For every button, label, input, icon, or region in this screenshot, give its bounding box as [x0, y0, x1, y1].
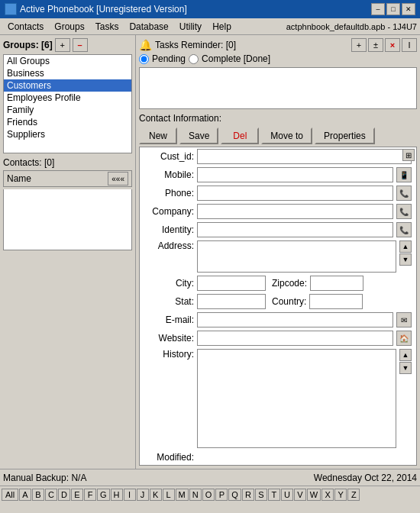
- city-input[interactable]: [197, 276, 266, 291]
- scroll-down-button[interactable]: ▼: [399, 253, 412, 266]
- left-panel: Groups: [6] + – All Groups Business Cust…: [0, 35, 136, 469]
- menu-tasks[interactable]: Tasks: [91, 21, 124, 33]
- maximize-button[interactable]: □: [386, 3, 400, 15]
- alpha-a[interactable]: A: [19, 489, 31, 501]
- menu-contacts[interactable]: Contacts: [3, 21, 48, 33]
- group-item-employees[interactable]: Employees Profile: [4, 92, 131, 104]
- complete-radio[interactable]: [189, 54, 199, 64]
- minimize-button[interactable]: –: [371, 3, 385, 15]
- history-scroll-down-button[interactable]: ▼: [399, 362, 412, 374]
- website-icon[interactable]: 🏠: [396, 331, 412, 346]
- tasks-add-button[interactable]: +: [351, 38, 367, 52]
- contacts-list[interactable]: [3, 189, 132, 250]
- alpha-s[interactable]: S: [255, 489, 267, 501]
- add-group-button[interactable]: +: [55, 38, 70, 52]
- right-panel: 🔔 Tasks Reminder: [0] + ± × I Pending Co…: [136, 35, 420, 469]
- email-input[interactable]: [197, 312, 393, 327]
- delete-group-button[interactable]: –: [73, 38, 88, 52]
- alpha-z[interactable]: Z: [347, 489, 360, 501]
- alpha-y[interactable]: Y: [334, 489, 347, 501]
- address-label: Address:: [144, 240, 194, 251]
- alpha-x[interactable]: X: [321, 489, 334, 501]
- tasks-more-button[interactable]: I: [402, 38, 417, 52]
- group-item-suppliers[interactable]: Suppliers: [4, 128, 131, 140]
- del-button[interactable]: Del: [221, 127, 259, 144]
- cust-id-input[interactable]: [197, 149, 412, 164]
- tasks-plus-minus-button[interactable]: ±: [368, 38, 383, 52]
- identity-input[interactable]: [197, 222, 393, 237]
- alpha-l[interactable]: L: [163, 489, 175, 501]
- alpha-h[interactable]: H: [111, 489, 123, 501]
- alpha-all-button[interactable]: All: [2, 489, 18, 501]
- properties-button[interactable]: Properties: [315, 127, 375, 144]
- tasks-header-row: 🔔 Tasks Reminder: [0] + ± × I: [139, 38, 417, 52]
- alpha-j[interactable]: J: [137, 489, 149, 501]
- country-label: Country:: [272, 296, 306, 307]
- menu-database[interactable]: Database: [124, 21, 173, 33]
- bottom-bar: Manual Backup: N/A Wednesday Oct 22, 201…: [0, 469, 420, 486]
- contacts-header: Contacts: [0]: [3, 157, 132, 168]
- menu-help[interactable]: Help: [208, 21, 236, 33]
- mobile-phone-icon[interactable]: 📱: [396, 167, 412, 182]
- db-info: actphnbook_defaultdb.apb - 1J4U7: [286, 22, 417, 31]
- alpha-p[interactable]: P: [215, 489, 228, 501]
- alpha-r[interactable]: R: [242, 489, 254, 501]
- history-scroll-up-button[interactable]: ▲: [399, 349, 412, 361]
- website-input[interactable]: [197, 331, 393, 346]
- name-column-header: Name: [7, 173, 108, 184]
- identity-label: Identity:: [144, 224, 194, 235]
- alpha-e[interactable]: E: [71, 489, 83, 501]
- new-button[interactable]: New: [139, 127, 177, 144]
- email-icon[interactable]: ✉: [396, 312, 412, 327]
- alpha-m[interactable]: M: [176, 489, 189, 501]
- group-item-business[interactable]: Business: [4, 67, 131, 79]
- groups-list[interactable]: All Groups Business Customers Employees …: [3, 54, 132, 153]
- menu-bar: Contacts Groups Tasks Database Utility H…: [0, 18, 420, 35]
- company-icon[interactable]: 📞: [396, 204, 412, 219]
- alpha-g[interactable]: G: [97, 489, 110, 501]
- alpha-i[interactable]: I: [124, 489, 136, 501]
- contacts-label: Contacts: [0]: [3, 157, 54, 168]
- country-input[interactable]: [309, 294, 363, 309]
- alpha-n[interactable]: N: [189, 489, 202, 501]
- alpha-c[interactable]: C: [45, 489, 57, 501]
- alpha-u[interactable]: U: [281, 489, 293, 501]
- identity-icon[interactable]: 📞: [396, 222, 412, 237]
- all-groups-item[interactable]: All Groups: [4, 55, 131, 67]
- save-button[interactable]: Save: [179, 127, 218, 144]
- move-to-button[interactable]: Move to: [261, 127, 312, 144]
- zipcode-input[interactable]: [310, 276, 363, 291]
- nav-button[interactable]: «««: [108, 172, 128, 186]
- tasks-buttons: + ± × I: [351, 38, 417, 52]
- history-input[interactable]: [197, 349, 396, 448]
- alpha-w[interactable]: W: [307, 489, 321, 501]
- pending-radio[interactable]: [139, 54, 149, 64]
- email-label: E-mail:: [144, 315, 194, 325]
- phone-icon[interactable]: 📞: [396, 186, 412, 201]
- group-item-customers[interactable]: Customers: [4, 79, 131, 92]
- app-icon: [5, 3, 17, 15]
- group-item-friends[interactable]: Friends: [4, 116, 131, 128]
- form-scroll-button[interactable]: ⊞: [402, 149, 415, 161]
- stat-input[interactable]: [197, 294, 266, 309]
- close-button[interactable]: ✕: [402, 3, 415, 15]
- alpha-d[interactable]: D: [58, 489, 70, 501]
- menu-groups[interactable]: Groups: [50, 21, 89, 33]
- alpha-f[interactable]: F: [84, 489, 96, 501]
- alpha-k[interactable]: K: [150, 489, 162, 501]
- company-input[interactable]: [197, 204, 393, 219]
- groups-header: Groups: [6] + –: [3, 38, 132, 52]
- menu-utility[interactable]: Utility: [175, 21, 206, 33]
- scroll-up-button[interactable]: ▲: [399, 240, 412, 253]
- group-item-family[interactable]: Family: [4, 104, 131, 116]
- tasks-delete-button[interactable]: ×: [385, 38, 400, 52]
- address-input[interactable]: [197, 240, 396, 273]
- alpha-t[interactable]: T: [268, 489, 280, 501]
- alpha-q[interactable]: Q: [228, 489, 241, 501]
- alpha-b[interactable]: B: [32, 489, 44, 501]
- phone-input[interactable]: [197, 186, 393, 201]
- mobile-input[interactable]: [197, 167, 393, 182]
- alpha-v[interactable]: V: [294, 489, 306, 501]
- history-row: History: ▲ ▼: [140, 347, 416, 450]
- alpha-o[interactable]: O: [202, 489, 215, 501]
